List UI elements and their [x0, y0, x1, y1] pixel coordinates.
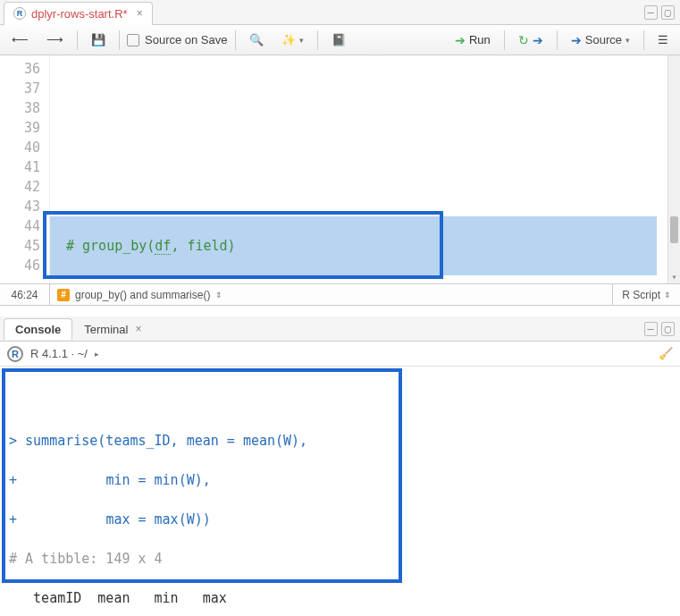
- console-tab-label: Console: [15, 323, 61, 336]
- pane-window-controls: — ▢: [644, 5, 680, 20]
- scope-badge-icon: #: [57, 289, 70, 301]
- console-line: + min = min(W),: [9, 470, 671, 490]
- line-number: 43: [0, 197, 40, 216]
- wand-button[interactable]: ✨▾: [275, 30, 310, 50]
- find-button[interactable]: 🔍: [243, 30, 270, 50]
- language-selector[interactable]: R Script ⇕: [612, 284, 680, 305]
- code-line: # group_by(df, field): [66, 236, 667, 256]
- chevron-down-icon: ▾: [625, 36, 630, 45]
- scroll-down-icon[interactable]: ▾: [668, 272, 680, 282]
- line-gutter: 36 37 38 39 40 41 42 43 44 45 46: [0, 55, 50, 283]
- console-info-bar: R R 4.1.1 · ~/ ▸ 🧹: [0, 342, 680, 367]
- source-on-save-label: Source on Save: [145, 33, 228, 46]
- line-number: 39: [0, 118, 40, 138]
- minimize-pane-icon[interactable]: —: [644, 5, 658, 20]
- separator: [557, 30, 558, 50]
- source-on-save-checkbox[interactable]: [127, 34, 139, 46]
- scroll-thumb[interactable]: [670, 216, 678, 243]
- source-arrow-icon: ➔: [571, 33, 582, 47]
- terminal-tab[interactable]: Terminal ×: [72, 318, 153, 340]
- minimize-pane-icon[interactable]: —: [644, 322, 658, 336]
- code-line: [66, 177, 667, 197]
- updown-icon: ⇕: [215, 291, 222, 300]
- rerun-arrow2-icon: ➔: [533, 33, 543, 47]
- pane-window-controls: — ▢: [644, 322, 680, 336]
- search-icon: 🔍: [249, 33, 264, 46]
- scope-selector[interactable]: # group_by() and summarise() ⇕: [50, 289, 612, 301]
- console-tab-bar: Console Terminal × — ▢: [0, 316, 680, 342]
- editor-toolbar: ⟵ ⟶ 💾 Source on Save 🔍 ✨▾ 📓 ➔ Run ↻ ➔ ➔ …: [0, 25, 680, 55]
- separator: [77, 30, 78, 50]
- separator: [643, 30, 644, 50]
- broom-icon[interactable]: 🧹: [659, 347, 673, 360]
- editor-tab-bar: R dplyr-rows-start.R* × — ▢: [0, 0, 680, 25]
- source-button[interactable]: ➔ Source ▾: [565, 30, 636, 51]
- updown-icon: ⇕: [664, 284, 671, 306]
- separator: [504, 30, 505, 50]
- console-output[interactable]: > summarise(teams_ID, mean = mean(W), + …: [0, 367, 680, 616]
- close-icon[interactable]: ×: [137, 7, 143, 20]
- line-number: 38: [0, 98, 40, 118]
- scope-label: group_by() and summarise(): [75, 289, 210, 301]
- r-logo-icon: R: [7, 346, 23, 362]
- line-number: 45: [0, 236, 40, 256]
- back-button[interactable]: ⟵: [5, 30, 35, 50]
- r-file-icon: R: [13, 7, 26, 20]
- save-button[interactable]: 💾: [85, 30, 112, 50]
- forward-button[interactable]: ⟶: [40, 30, 70, 50]
- arrow-left-icon: ⟵: [12, 33, 29, 46]
- line-number: 44: [0, 216, 40, 236]
- notebook-button[interactable]: 📓: [325, 30, 352, 50]
- tibble-header: # A tibble: 149 x 4: [9, 549, 671, 569]
- console-line: + max = max(W)): [9, 510, 671, 529]
- run-button[interactable]: ➔ Run: [449, 30, 497, 51]
- cursor-position: 46:24: [0, 284, 50, 305]
- separator: [317, 30, 318, 50]
- file-tab-label: dplyr-rows-start.R*: [31, 7, 128, 21]
- line-number: 46: [0, 256, 40, 275]
- code-editor[interactable]: 36 37 38 39 40 41 42 43 44 45 46 # group…: [0, 55, 680, 284]
- code-content[interactable]: # group_by(df, field) teams_ID <- group_…: [50, 55, 667, 283]
- chevron-icon[interactable]: ▸: [95, 350, 99, 359]
- vertical-scrollbar[interactable]: ▾: [667, 55, 680, 283]
- console-line: > summarise(teams_ID, mean = mean(W),: [9, 431, 671, 451]
- language-label: R Script: [622, 284, 660, 306]
- r-version-label: R 4.1.1 · ~/: [30, 347, 88, 360]
- terminal-tab-label: Terminal: [84, 323, 128, 336]
- separator: [235, 30, 236, 50]
- line-number: 42: [0, 177, 40, 197]
- line-number: 36: [0, 59, 40, 79]
- wand-icon: ✨: [281, 33, 296, 46]
- rerun-button[interactable]: ↻ ➔: [512, 30, 550, 51]
- outline-button[interactable]: ☰: [651, 30, 675, 50]
- rerun-arrow-icon: ↻: [518, 33, 529, 47]
- separator: [119, 30, 120, 50]
- save-icon: 💾: [91, 33, 105, 46]
- arrow-right-icon: ⟶: [46, 33, 63, 46]
- source-label: Source: [585, 33, 622, 46]
- notebook-icon: 📓: [332, 33, 346, 46]
- chevron-down-icon: ▾: [299, 36, 304, 45]
- run-label: Run: [469, 33, 491, 46]
- line-number: 41: [0, 157, 40, 177]
- outline-icon: ☰: [658, 33, 668, 46]
- line-number: 37: [0, 79, 40, 98]
- table-header: teamID mean min max: [9, 588, 671, 608]
- console-tab[interactable]: Console: [4, 318, 72, 340]
- maximize-pane-icon[interactable]: ▢: [661, 5, 675, 20]
- run-arrow-icon: ➔: [455, 33, 466, 47]
- maximize-pane-icon[interactable]: ▢: [661, 322, 675, 336]
- file-tab[interactable]: R dplyr-rows-start.R* ×: [4, 2, 153, 25]
- close-icon[interactable]: ×: [135, 323, 141, 335]
- editor-status-bar: 46:24 # group_by() and summarise() ⇕ R S…: [0, 284, 680, 306]
- line-number: 40: [0, 138, 40, 157]
